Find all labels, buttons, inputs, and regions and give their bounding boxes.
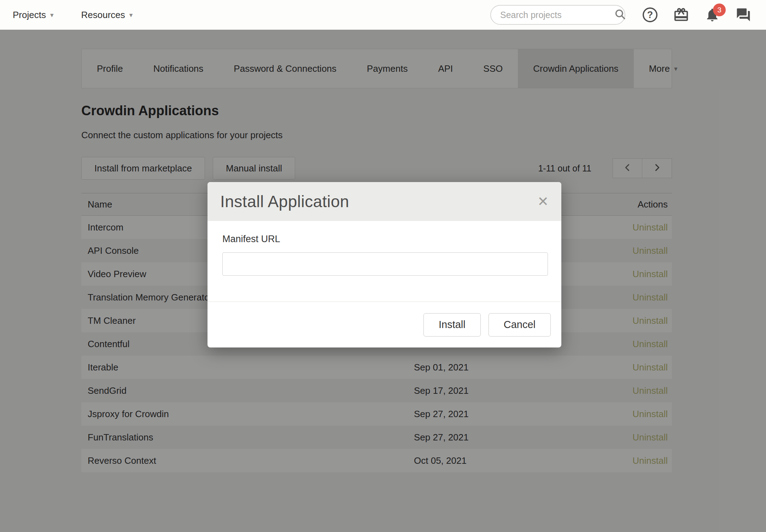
install-button[interactable]: Install xyxy=(423,313,481,337)
search-box[interactable] xyxy=(490,5,625,25)
gift-icon[interactable] xyxy=(673,6,690,23)
nav-resources[interactable]: Resources ▾ xyxy=(81,10,133,21)
chevron-down-icon: ▾ xyxy=(50,12,54,18)
modal-footer: Install Cancel xyxy=(207,302,561,347)
modal-body: Manifest URL xyxy=(207,221,561,276)
chevron-down-icon: ▾ xyxy=(129,12,133,18)
modal-title: Install Application xyxy=(220,192,349,211)
svg-text:?: ? xyxy=(647,10,653,20)
search-icon[interactable] xyxy=(614,8,626,22)
nav-resources-label: Resources xyxy=(81,10,125,21)
notifications-bell-icon[interactable]: 3 xyxy=(704,6,721,23)
top-header: Projects ▾ Resources ▾ ? xyxy=(0,0,766,30)
help-icon[interactable]: ? xyxy=(642,6,659,23)
modal-header: Install Application ✕ xyxy=(207,182,561,221)
manifest-url-input[interactable] xyxy=(222,252,548,276)
nav-projects[interactable]: Projects ▾ xyxy=(13,10,53,21)
header-icons: ? 3 xyxy=(642,6,752,23)
cancel-button[interactable]: Cancel xyxy=(489,313,551,337)
manifest-url-label: Manifest URL xyxy=(222,234,548,245)
search-input[interactable] xyxy=(500,10,614,20)
nav-projects-label: Projects xyxy=(13,10,46,21)
close-icon[interactable]: ✕ xyxy=(537,195,549,208)
chat-icon[interactable] xyxy=(735,6,752,23)
install-application-modal: Install Application ✕ Manifest URL Insta… xyxy=(207,182,561,347)
notification-badge: 3 xyxy=(713,4,726,16)
